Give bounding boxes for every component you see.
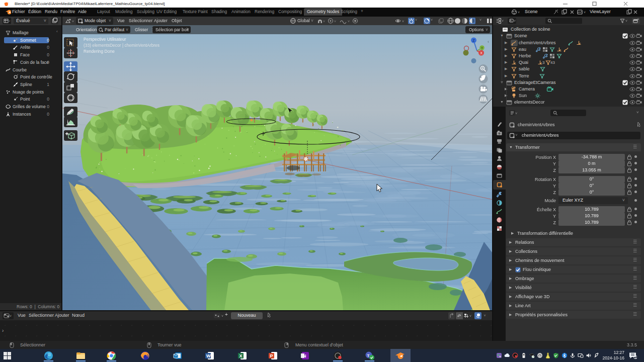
svg-text:˅: ˅	[584, 11, 586, 14]
svg-text:˅: ˅	[515, 112, 517, 115]
svg-text:(33) elementsDecor | cheminVen: (33) elementsDecor | cheminVentArbres	[84, 43, 159, 48]
svg-text:˅: ˅	[334, 20, 336, 23]
svg-text:˅: ˅	[72, 20, 74, 23]
svg-text:˅: ˅	[402, 20, 404, 23]
svg-text:Y: Y	[481, 46, 484, 50]
svg-text:˅: ˅	[10, 314, 12, 318]
svg-text:Z: Z	[472, 39, 475, 42]
svg-text:Perspective Utilisateur: Perspective Utilisateur	[84, 37, 126, 42]
svg-text:P: P	[270, 353, 273, 358]
svg-text:˅: ˅	[518, 11, 520, 14]
svg-text:W: W	[206, 353, 211, 358]
svg-text:T: T	[367, 353, 370, 358]
svg-text:N: N	[303, 353, 306, 358]
svg-text:˅: ˅	[221, 314, 223, 318]
svg-text:˅: ˅	[323, 20, 325, 23]
svg-text:1: 1	[635, 355, 637, 359]
svg-text:˅: ˅	[469, 314, 471, 318]
svg-text:+: +	[637, 18, 639, 21]
svg-text:˅: ˅	[502, 19, 504, 23]
svg-text:X: X	[480, 51, 482, 55]
svg-text:X: X	[239, 353, 243, 358]
svg-text:˅: ˅	[625, 19, 627, 23]
svg-text:˅: ˅	[9, 20, 11, 23]
svg-text:˅: ˅	[348, 20, 350, 23]
svg-text:˅: ˅	[514, 19, 516, 23]
svg-text:Rendering Done: Rendering Done	[84, 49, 115, 54]
svg-text:‹: ‹	[488, 39, 489, 44]
